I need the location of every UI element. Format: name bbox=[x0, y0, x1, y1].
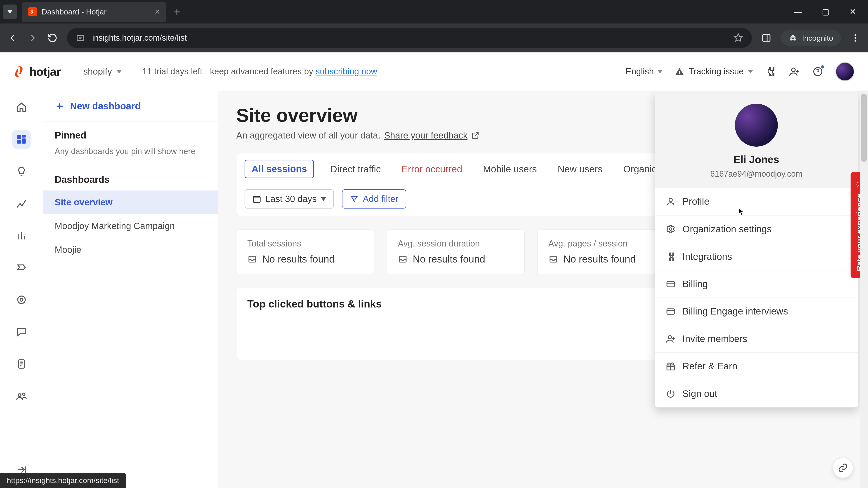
sidebar-item-marketing[interactable]: Moodjoy Marketing Campaign bbox=[43, 214, 218, 238]
nav-trends[interactable] bbox=[12, 194, 31, 213]
account-menu-header: Eli Jones 6167ae94@moodjoy.com bbox=[655, 91, 858, 188]
tab-mobile-users[interactable]: Mobile users bbox=[478, 160, 541, 182]
metric-avg-duration: Avg. session duration No results found bbox=[387, 230, 525, 274]
menu-billing[interactable]: Billing bbox=[655, 270, 858, 297]
nav-feedback[interactable] bbox=[12, 323, 31, 341]
user-icon bbox=[666, 197, 676, 206]
svg-rect-20 bbox=[667, 309, 675, 314]
add-filter-button[interactable]: Add filter bbox=[342, 189, 406, 208]
nav-home[interactable] bbox=[12, 98, 31, 117]
menu-profile[interactable]: Profile bbox=[655, 188, 858, 215]
site-switcher[interactable]: shopify bbox=[83, 66, 122, 76]
tab-title: Dashboard - Hotjar bbox=[41, 7, 150, 16]
hotjar-logo-icon bbox=[13, 65, 26, 78]
menu-invite[interactable]: Invite members bbox=[655, 325, 858, 352]
tab-all-sessions[interactable]: All sessions bbox=[245, 160, 314, 178]
address-bar[interactable]: insights.hotjar.com/site/list bbox=[67, 28, 752, 48]
svg-rect-10 bbox=[17, 140, 21, 144]
dashboards-heading: Dashboards bbox=[55, 174, 206, 185]
app-body: New dashboard Pinned Any dashboards you … bbox=[0, 91, 868, 488]
nav-highlights[interactable] bbox=[12, 162, 31, 181]
pinned-section: Pinned Any dashboards you pin will show … bbox=[43, 122, 218, 166]
chevron-down-icon bbox=[748, 70, 753, 73]
menu-signout[interactable]: Sign out bbox=[655, 380, 858, 408]
nav-surveys[interactable] bbox=[12, 355, 31, 373]
integrations-icon[interactable] bbox=[765, 66, 777, 77]
warning-icon bbox=[675, 67, 684, 76]
incognito-icon bbox=[788, 33, 798, 42]
close-icon[interactable]: × bbox=[155, 7, 160, 17]
language-label: English bbox=[626, 67, 654, 76]
sidebar-item-moojie[interactable]: Moojie bbox=[43, 238, 218, 262]
chevron-down-icon bbox=[321, 197, 326, 201]
svg-rect-7 bbox=[17, 135, 21, 139]
user-avatar[interactable] bbox=[835, 62, 855, 81]
svg-point-21 bbox=[668, 335, 672, 339]
nav-rail bbox=[0, 91, 43, 488]
gift-icon bbox=[666, 361, 676, 371]
nav-funnels[interactable] bbox=[12, 226, 31, 245]
bookmark-icon[interactable] bbox=[733, 33, 744, 43]
side-panel-icon[interactable] bbox=[761, 33, 772, 43]
browser-chrome: Dashboard - Hotjar × + — ▢ ✕ insights.ho… bbox=[0, 0, 868, 53]
browser-tab[interactable]: Dashboard - Hotjar × bbox=[22, 2, 166, 22]
close-window-button[interactable]: ✕ bbox=[849, 7, 856, 17]
svg-point-3 bbox=[855, 37, 856, 39]
nav-engage[interactable] bbox=[12, 387, 31, 405]
tab-new-users[interactable]: New users bbox=[553, 160, 607, 182]
hotjar-logo[interactable]: hotjar bbox=[13, 65, 61, 78]
menu-refer[interactable]: Refer & Earn bbox=[655, 352, 858, 380]
site-info-icon[interactable] bbox=[75, 33, 86, 43]
nav-dashboards[interactable] bbox=[12, 130, 31, 149]
reload-button[interactable] bbox=[47, 33, 58, 43]
new-dashboard-label: New dashboard bbox=[70, 101, 141, 111]
nav-recordings[interactable] bbox=[12, 258, 31, 277]
scrollbar-thumb[interactable] bbox=[861, 94, 867, 162]
tab-direct-traffic[interactable]: Direct traffic bbox=[326, 160, 385, 182]
sidebar-item-site-overview[interactable]: Site overview bbox=[43, 191, 218, 214]
copy-link-button[interactable] bbox=[833, 458, 853, 478]
new-dashboard-button[interactable]: New dashboard bbox=[43, 91, 218, 122]
tab-error-occurred[interactable]: Error occurred bbox=[397, 160, 467, 182]
trial-banner: 11 trial days left - keep advanced featu… bbox=[142, 67, 377, 76]
hotjar-favicon bbox=[28, 7, 37, 16]
chevron-down-icon bbox=[116, 70, 122, 73]
svg-rect-19 bbox=[667, 282, 675, 287]
svg-point-12 bbox=[18, 296, 25, 303]
menu-org-settings[interactable]: Organization settings bbox=[655, 215, 858, 242]
back-button[interactable] bbox=[7, 33, 18, 43]
minimize-button[interactable]: — bbox=[794, 7, 802, 17]
date-range-button[interactable]: Last 30 days bbox=[245, 189, 334, 208]
forward-button[interactable] bbox=[27, 33, 38, 43]
menu-avatar bbox=[735, 104, 778, 147]
vertical-scrollbar[interactable] bbox=[860, 91, 868, 488]
new-tab-button[interactable]: + bbox=[174, 5, 180, 18]
sidebar: New dashboard Pinned Any dashboards you … bbox=[43, 91, 218, 488]
help-icon[interactable] bbox=[812, 66, 824, 77]
tab-search-button[interactable] bbox=[3, 4, 17, 19]
metric-value: No results found bbox=[548, 254, 664, 265]
svg-rect-0 bbox=[77, 35, 84, 40]
invite-icon[interactable] bbox=[788, 66, 800, 77]
svg-point-14 bbox=[18, 394, 21, 397]
tracking-issue-button[interactable]: Tracking issue bbox=[675, 67, 753, 76]
incognito-indicator[interactable]: Incognito bbox=[781, 30, 841, 46]
window-controls: — ▢ ✕ bbox=[794, 7, 865, 17]
metric-label: Avg. session duration bbox=[398, 239, 514, 249]
svg-rect-8 bbox=[22, 135, 26, 137]
metric-value-text: No results found bbox=[563, 254, 636, 265]
menu-user-name: Eli Jones bbox=[734, 153, 779, 166]
site-name: shopify bbox=[83, 66, 112, 76]
share-feedback-link[interactable]: Share your feedback bbox=[384, 130, 467, 140]
browser-menu-button[interactable] bbox=[850, 33, 861, 43]
menu-integrations[interactable]: Integrations bbox=[655, 243, 858, 270]
menu-billing-engage[interactable]: Billing Engage interviews bbox=[655, 297, 858, 325]
filter-icon bbox=[350, 195, 359, 203]
subscribe-link[interactable]: subscribing now bbox=[315, 67, 377, 76]
card-icon bbox=[666, 306, 676, 316]
maximize-button[interactable]: ▢ bbox=[822, 7, 830, 17]
language-switcher[interactable]: English bbox=[626, 67, 663, 76]
nav-heatmaps[interactable] bbox=[12, 291, 31, 309]
menu-label: Organization settings bbox=[682, 224, 772, 234]
metric-value: No results found bbox=[398, 254, 514, 265]
